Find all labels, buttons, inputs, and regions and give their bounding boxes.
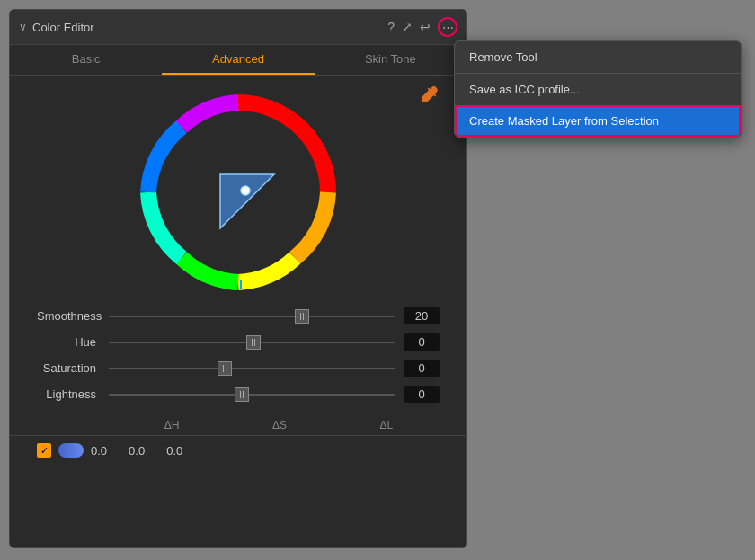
svg-marker-3 bbox=[220, 174, 274, 228]
delta-color-swatch bbox=[58, 443, 84, 458]
smoothness-row: Smoothness 20 bbox=[37, 307, 440, 324]
save-icc-item[interactable]: Save as ICC profile... bbox=[455, 74, 741, 105]
tab-skin-tone[interactable]: Skin Tone bbox=[315, 45, 466, 75]
panel-title: Color Editor bbox=[32, 21, 94, 34]
saturation-track[interactable] bbox=[109, 368, 395, 369]
tabs-bar: Basic Advanced Skin Tone bbox=[10, 45, 466, 76]
dropdown-menu: Remove Tool Save as ICC profile... Creat… bbox=[454, 40, 742, 138]
panel-header: ∨ Color Editor ? ⤢ ↩ ⋯ bbox=[10, 10, 466, 45]
color-wheel-area bbox=[10, 76, 466, 300]
delta-h-header: ΔH bbox=[164, 419, 180, 431]
color-wheel[interactable] bbox=[139, 93, 337, 291]
lightness-track[interactable] bbox=[109, 394, 395, 396]
lightness-row: Lightness 0 bbox=[37, 386, 440, 403]
back-icon[interactable]: ↩ bbox=[420, 20, 431, 34]
lightness-label: Lightness bbox=[37, 387, 109, 401]
smoothness-value[interactable]: 20 bbox=[404, 307, 440, 324]
tab-advanced[interactable]: Advanced bbox=[162, 45, 314, 75]
delta-values: 0.0 0.0 0.0 bbox=[91, 444, 182, 458]
sliders-section: Smoothness 20 Hue 0 Saturation 0 Lightne… bbox=[10, 300, 466, 419]
hue-thumb[interactable] bbox=[246, 335, 261, 350]
more-menu-icon[interactable]: ⋯ bbox=[438, 17, 457, 37]
saturation-row: Saturation 0 bbox=[37, 360, 440, 377]
color-editor-panel: ∨ Color Editor ? ⤢ ↩ ⋯ Basic Advanced Sk… bbox=[9, 9, 467, 548]
delta-row: ✓ 0.0 0.0 0.0 bbox=[37, 443, 182, 458]
eyedropper-button[interactable] bbox=[418, 84, 440, 111]
collapse-icon[interactable]: ∨ bbox=[19, 21, 27, 33]
create-masked-layer-item[interactable]: Create Masked Layer from Selection bbox=[455, 105, 741, 137]
delta-s-value: 0.0 bbox=[129, 444, 145, 458]
delta-l-header: ΔL bbox=[380, 419, 394, 431]
saturation-label: Saturation bbox=[37, 361, 109, 375]
lightness-thumb[interactable] bbox=[235, 387, 249, 402]
resize-icon[interactable]: ⤢ bbox=[402, 20, 413, 34]
svg-point-4 bbox=[241, 186, 250, 195]
delta-checkbox[interactable]: ✓ bbox=[37, 443, 51, 458]
hue-row: Hue 0 bbox=[37, 333, 440, 351]
smoothness-track[interactable] bbox=[109, 316, 395, 317]
saturation-thumb[interactable] bbox=[218, 361, 232, 376]
smoothness-thumb[interactable] bbox=[295, 309, 309, 324]
delta-s-header: ΔS bbox=[272, 419, 287, 431]
remove-tool-item[interactable]: Remove Tool bbox=[455, 41, 741, 73]
panel-title-row: ∨ Color Editor bbox=[19, 21, 387, 34]
saturation-value[interactable]: 0 bbox=[404, 360, 440, 377]
question-icon[interactable]: ? bbox=[387, 20, 395, 34]
delta-h-value: 0.0 bbox=[91, 444, 107, 458]
hue-value[interactable]: 0 bbox=[404, 333, 440, 351]
hue-label: Hue bbox=[37, 335, 109, 349]
delta-section: ✓ 0.0 0.0 0.0 bbox=[10, 435, 466, 465]
lightness-value[interactable]: 0 bbox=[404, 386, 440, 403]
tab-basic[interactable]: Basic bbox=[10, 45, 162, 75]
smoothness-label: Smoothness bbox=[37, 309, 109, 323]
delta-l-value: 0.0 bbox=[166, 444, 182, 458]
delta-headers: ΔH ΔS ΔL bbox=[10, 419, 466, 435]
hue-track[interactable] bbox=[109, 342, 395, 343]
header-icons: ? ⤢ ↩ ⋯ bbox=[387, 17, 457, 37]
